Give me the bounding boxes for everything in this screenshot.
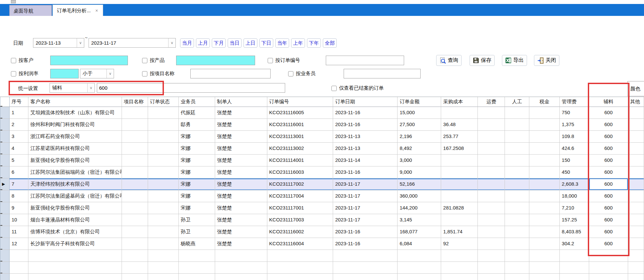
table-cell[interactable]: 江苏星诺医药科技有限公司 (28, 143, 122, 155)
tab-order-profit-analysis[interactable]: 订单毛利分析...× (53, 5, 103, 16)
column-header[interactable]: 辅料 (589, 97, 628, 107)
table-cell[interactable] (148, 190, 179, 202)
column-header[interactable]: 制单人 (215, 97, 267, 107)
table-cell[interactable]: 2023-11-16 (333, 107, 398, 119)
table-cell[interactable] (529, 274, 560, 280)
table-cell[interactable]: 宋娜 (179, 202, 215, 214)
table-cell[interactable]: 600 (589, 107, 628, 119)
table-cell[interactable]: KCO231117001 (267, 202, 333, 214)
export-button[interactable]: 导出 (502, 55, 527, 66)
table-cell[interactable]: 8,403.85 (560, 226, 589, 238)
table-cell[interactable] (628, 178, 644, 190)
table-cell[interactable]: 600 (589, 238, 628, 250)
table-cell[interactable] (215, 250, 267, 262)
table-cell[interactable] (441, 274, 478, 280)
table-cell[interactable]: 张楚楚 (215, 131, 267, 143)
save-button[interactable]: 保存 (470, 55, 495, 66)
table-cell[interactable]: KCO231116001 (267, 119, 333, 131)
table-cell[interactable] (122, 155, 148, 166)
row-marker[interactable] (0, 190, 10, 202)
quick-range-button-9[interactable]: 全部 (323, 38, 337, 48)
table-cell[interactable] (505, 214, 529, 226)
table-cell[interactable]: 600 (589, 178, 628, 190)
table-cell[interactable]: 张楚楚 (215, 238, 267, 250)
table-cell[interactable]: 邸勇 (179, 119, 215, 131)
table-cell[interactable] (148, 250, 179, 262)
table-row[interactable]: 9新亚强硅化学股份有限公司宋娜张楚楚KCO2311170012023-11-17… (0, 202, 644, 214)
table-cell[interactable]: 2023-11-13 (333, 131, 398, 143)
table-cell[interactable]: 8 (10, 190, 28, 202)
table-cell[interactable] (628, 166, 644, 178)
table-cell[interactable] (122, 166, 148, 178)
table-cell[interactable]: 孙卫 (179, 214, 215, 226)
table-cell[interactable]: 424.6 (560, 143, 589, 155)
table-cell[interactable] (529, 190, 560, 202)
column-header[interactable]: 订单日期 (333, 97, 398, 107)
table-row[interactable]: 5新亚强硅化学股份有限公司宋娜张楚楚KCO2311140012023-11-14… (0, 155, 644, 166)
table-cell[interactable]: 600 (589, 214, 628, 226)
row-marker[interactable] (0, 226, 10, 238)
table-cell[interactable] (628, 190, 644, 202)
table-cell[interactable] (148, 107, 179, 119)
tab-desktop-nav[interactable]: 桌面导航 (9, 5, 52, 16)
row-marker[interactable] (0, 155, 10, 166)
table-cell[interactable] (148, 143, 179, 155)
table-cell[interactable]: 12 (10, 238, 28, 250)
table-cell[interactable]: 倍博环境技术（北京）有限公司 (28, 226, 122, 238)
table-cell[interactable]: 张楚楚 (215, 143, 267, 155)
query-button[interactable]: 查询 (436, 55, 462, 66)
table-cell[interactable]: 张楚楚 (215, 214, 267, 226)
table-cell[interactable]: 6,084 (398, 238, 441, 250)
table-cell[interactable] (478, 107, 505, 119)
table-cell[interactable] (10, 250, 28, 262)
table-cell[interactable] (505, 190, 529, 202)
table-cell[interactable] (215, 274, 267, 280)
table-cell[interactable]: 2 (10, 119, 28, 131)
table-cell[interactable]: 600 (589, 131, 628, 143)
table-cell[interactable]: 600 (589, 202, 628, 214)
table-cell[interactable] (122, 262, 148, 274)
table-cell[interactable]: 600 (589, 226, 628, 238)
table-cell[interactable] (122, 107, 148, 119)
table-cell[interactable] (529, 262, 560, 274)
table-cell[interactable] (122, 274, 148, 280)
table-cell[interactable] (10, 274, 28, 280)
table-cell[interactable]: 2023-11-16 (333, 166, 398, 178)
table-cell[interactable] (529, 107, 560, 119)
empty-row[interactable] (0, 250, 644, 262)
table-cell[interactable] (122, 238, 148, 250)
table-row[interactable]: ▶7天津经纬控制技术有限公司宋娜张楚楚KCO2311170022023-11-1… (0, 178, 644, 190)
table-cell[interactable] (529, 214, 560, 226)
quick-range-button-7[interactable]: 上年 (291, 38, 305, 48)
table-cell[interactable] (529, 131, 560, 143)
table-cell[interactable]: 7 (10, 178, 28, 190)
table-cell[interactable]: 长沙新宇高分子科技有限公司 (28, 238, 122, 250)
table-cell[interactable] (122, 178, 148, 190)
table-cell[interactable] (589, 274, 628, 280)
table-cell[interactable] (10, 262, 28, 274)
quick-range-button-4[interactable]: 上日 (244, 38, 257, 48)
table-row[interactable]: 6江苏阿尔法集团福瑞药业（宿迁）有限公司宋娜张楚楚KCO231116003202… (0, 166, 644, 178)
table-cell[interactable]: 江苏阿尔法集团盛基药业（宿迁）有限公司 (28, 190, 122, 202)
table-cell[interactable]: 2023-11-13 (333, 143, 398, 155)
table-cell[interactable] (529, 202, 560, 214)
table-cell[interactable]: 168,077 (398, 226, 441, 238)
table-cell[interactable] (628, 262, 644, 274)
quick-range-button-5[interactable]: 下日 (259, 38, 273, 48)
table-cell[interactable] (529, 250, 560, 262)
table-cell[interactable] (505, 107, 529, 119)
table-cell[interactable]: 1,851.74 (441, 226, 478, 238)
table-cell[interactable] (148, 262, 179, 274)
table-cell[interactable] (122, 119, 148, 131)
row-marker[interactable] (0, 238, 10, 250)
table-cell[interactable]: 天津经纬控制技术有限公司 (28, 178, 122, 190)
table-cell[interactable] (505, 226, 529, 238)
table-cell[interactable]: 新亚强硅化学股份有限公司 (28, 202, 122, 214)
column-header[interactable]: 业务员 (179, 97, 215, 107)
table-cell[interactable] (148, 238, 179, 250)
table-cell[interactable]: 92 (441, 238, 478, 250)
row-marker[interactable] (0, 214, 10, 226)
table-cell[interactable] (628, 226, 644, 238)
column-header[interactable]: 其他 (628, 97, 644, 107)
table-cell[interactable] (478, 262, 505, 274)
